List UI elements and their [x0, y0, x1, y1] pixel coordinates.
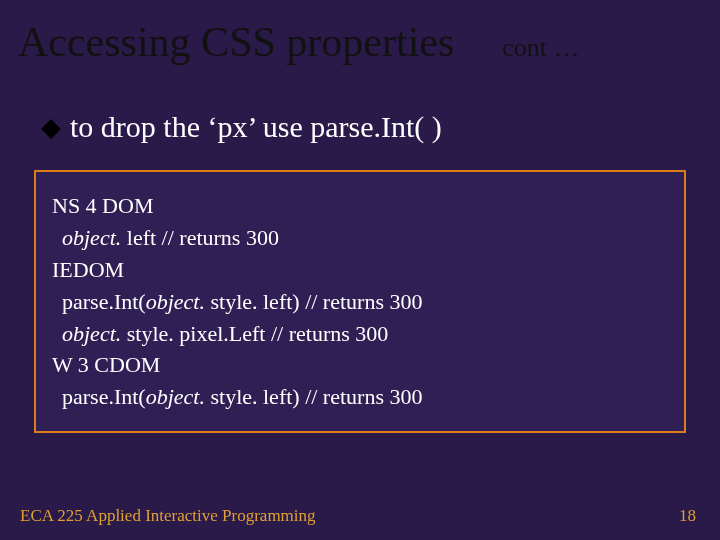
code-pre-7: parse.Int(: [62, 384, 146, 409]
code-rest-2: left // returns 300: [121, 225, 279, 250]
footer-page-number: 18: [679, 506, 696, 526]
code-object-7: object.: [146, 384, 205, 409]
code-pre-4: parse.Int(: [62, 289, 146, 314]
slide-title: Accessing CSS properties: [18, 18, 454, 66]
code-line-1: NS 4 DOM: [52, 190, 668, 222]
slide: Accessing CSS properties cont … to drop …: [0, 0, 720, 540]
footer: ECA 225 Applied Interactive Programming …: [20, 506, 696, 526]
code-object-2: object.: [62, 225, 121, 250]
diamond-bullet-icon: [41, 119, 61, 139]
bullet-row: to drop the ‘px’ use parse.Int( ): [0, 66, 720, 144]
title-row: Accessing CSS properties cont …: [0, 0, 720, 66]
code-post-7: style. left) // returns 300: [205, 384, 423, 409]
code-object-5: object.: [62, 321, 121, 346]
slide-cont-label: cont …: [502, 33, 579, 63]
code-line-3: IEDOM: [52, 254, 668, 286]
code-line-2: object. left // returns 300: [52, 222, 668, 254]
footer-course: ECA 225 Applied Interactive Programming: [20, 506, 316, 526]
code-line-5: object. style. pixel.Left // returns 300: [52, 318, 668, 350]
code-line-7: parse.Int(object. style. left) // return…: [52, 381, 668, 413]
code-box: NS 4 DOM object. left // returns 300 IED…: [34, 170, 686, 433]
code-post-4: style. left) // returns 300: [205, 289, 423, 314]
bullet-text: to drop the ‘px’ use parse.Int( ): [70, 110, 442, 144]
code-line-4: parse.Int(object. style. left) // return…: [52, 286, 668, 318]
code-rest-5: style. pixel.Left // returns 300: [121, 321, 388, 346]
code-object-4: object.: [146, 289, 205, 314]
code-line-6: W 3 CDOM: [52, 349, 668, 381]
